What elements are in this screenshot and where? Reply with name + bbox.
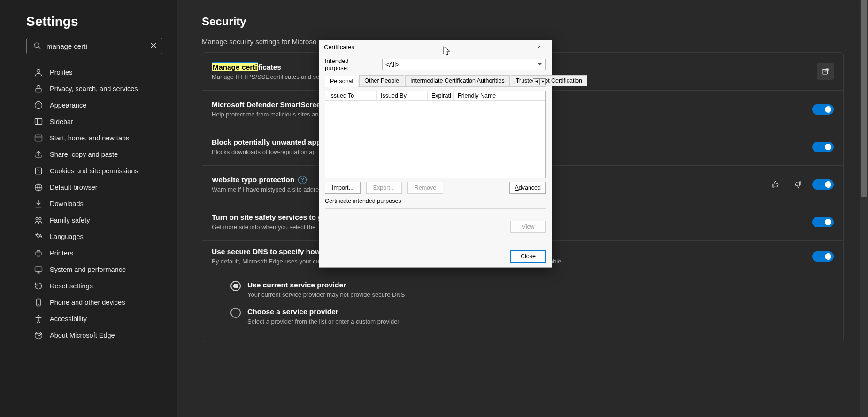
sidebar-icon <box>34 117 43 126</box>
svg-rect-4 <box>35 118 42 124</box>
tab-other-people[interactable]: Other People <box>359 75 404 86</box>
clear-search-icon[interactable] <box>149 41 158 50</box>
nav-label: Sidebar <box>50 118 73 125</box>
purposes-section-label: Certificate intended purposes <box>325 198 546 204</box>
nav-label: System and performance <box>50 266 126 273</box>
radio-icon <box>230 308 241 318</box>
cookie-icon <box>34 166 43 176</box>
thumbs-down-button[interactable] <box>790 176 807 193</box>
nav-share[interactable]: Share, copy and paste <box>32 146 167 162</box>
monitor-icon <box>34 265 43 274</box>
family-icon <box>34 216 43 225</box>
nav-label: Printers <box>50 249 73 257</box>
tab-scroll-left[interactable]: ◂ <box>533 78 539 85</box>
svg-point-13 <box>38 315 39 317</box>
search-highlight: Manage certi <box>212 62 258 71</box>
nav-label: Share, copy and paste <box>50 151 118 158</box>
toggle-block-pua[interactable] <box>812 142 834 152</box>
import-button[interactable]: Import... <box>325 182 361 194</box>
nav-privacy[interactable]: Privacy, search, and services <box>32 80 167 97</box>
radio-choose-provider[interactable]: Choose a service provider Select a provi… <box>230 303 824 330</box>
purpose-select[interactable]: <All> <box>382 59 546 70</box>
col-expiration[interactable]: Expirati... <box>428 91 454 100</box>
export-button[interactable]: Export... <box>366 182 402 194</box>
nav-phone[interactable]: Phone and other devices <box>32 294 167 310</box>
nav-label: Appearance <box>50 101 86 109</box>
nav-profiles[interactable]: Profiles <box>32 64 167 80</box>
dialog-titlebar[interactable]: Certificates <box>319 40 552 54</box>
certificates-dialog: Certificates Intended purpose: <All> Per… <box>319 40 552 268</box>
nav-about[interactable]: About Microsoft Edge <box>32 327 167 343</box>
settings-nav: Profiles Privacy, search, and services A… <box>26 64 167 343</box>
nav-reset[interactable]: Reset settings <box>32 278 167 294</box>
nav-appearance[interactable]: Appearance <box>32 97 167 113</box>
printer-icon <box>34 248 43 258</box>
settings-title: Settings <box>26 14 167 29</box>
nav-system[interactable]: System and performance <box>32 261 167 278</box>
view-button[interactable]: View <box>510 221 546 233</box>
accessibility-icon <box>34 314 43 324</box>
edge-icon <box>34 331 43 340</box>
nav-cookies[interactable]: Cookies and site permissions <box>32 162 167 179</box>
cert-tabs: Personal Other People Intermediate Certi… <box>325 75 546 87</box>
svg-point-3 <box>35 101 42 108</box>
profile-icon <box>34 68 43 77</box>
toggle-typo[interactable] <box>812 179 834 190</box>
nav-accessibility[interactable]: Accessibility <box>32 310 167 327</box>
purpose-value: <All> <box>385 61 399 68</box>
nav-default-browser[interactable]: Default browser <box>32 179 167 195</box>
nav-family[interactable]: Family safety <box>32 212 167 228</box>
col-friendly-name[interactable]: Friendly Name <box>454 91 545 100</box>
scrollthumb[interactable] <box>861 0 867 197</box>
advanced-button[interactable]: Advanced <box>509 182 546 194</box>
col-issued-to[interactable]: Issued To <box>325 91 377 100</box>
tab-scroll-right[interactable]: ▸ <box>539 78 546 85</box>
window-icon <box>34 133 43 143</box>
tab-intermediate-ca[interactable]: Intermediate Certification Authorities <box>405 75 510 86</box>
globe-icon <box>34 183 43 192</box>
nav-languages[interactable]: Languages <box>32 228 167 245</box>
nav-label: Privacy, search, and services <box>50 85 138 93</box>
tab-trusted-root[interactable]: Trusted Root Certification <box>511 75 587 86</box>
radio-current-provider[interactable]: Use current service provider Your curren… <box>230 276 824 303</box>
toggle-safety-services[interactable] <box>812 217 834 227</box>
nav-downloads[interactable]: Downloads <box>32 195 167 212</box>
svg-rect-2 <box>36 88 41 92</box>
nav-label: Downloads <box>50 200 84 208</box>
toggle-smartscreen[interactable] <box>812 104 834 115</box>
dialog-title: Certificates <box>324 44 531 51</box>
dialog-close-button[interactable] <box>531 42 548 52</box>
open-external-button[interactable] <box>817 63 834 80</box>
cert-table[interactable]: Issued To Issued By Expirati... Friendly… <box>325 91 546 178</box>
info-icon[interactable]: ? <box>298 176 307 184</box>
nav-label: Cookies and site permissions <box>50 167 138 175</box>
thumbs-up-button[interactable] <box>767 176 784 193</box>
nav-label: Profiles <box>50 69 72 76</box>
nav-start[interactable]: Start, home, and new tabs <box>32 130 167 146</box>
title-text: Website typo protection <box>212 176 294 184</box>
divider <box>325 208 546 208</box>
svg-point-1 <box>37 69 40 72</box>
share-icon <box>34 150 43 159</box>
nav-printers[interactable]: Printers <box>32 245 167 261</box>
col-issued-by[interactable]: Issued By <box>377 91 428 100</box>
search-icon <box>33 41 41 50</box>
lock-icon <box>34 84 43 93</box>
nav-sidebar[interactable]: Sidebar <box>32 113 167 130</box>
remove-button[interactable]: Remove <box>407 182 443 194</box>
close-button[interactable]: Close <box>510 250 546 263</box>
palette-icon <box>34 100 43 110</box>
page-title: Security <box>202 15 844 28</box>
radio-title: Choose a service provider <box>247 308 399 316</box>
scrollbar[interactable] <box>860 0 868 417</box>
nav-label: Accessibility <box>50 315 87 323</box>
toggle-secure-dns[interactable] <box>812 251 834 262</box>
nav-label: Default browser <box>50 184 98 191</box>
svg-rect-5 <box>35 135 42 141</box>
reset-icon <box>34 281 43 291</box>
tab-personal[interactable]: Personal <box>325 76 358 87</box>
phone-icon <box>34 298 43 307</box>
svg-rect-10 <box>36 252 41 255</box>
search-input[interactable] <box>26 38 162 54</box>
nav-label: Phone and other devices <box>50 299 125 306</box>
